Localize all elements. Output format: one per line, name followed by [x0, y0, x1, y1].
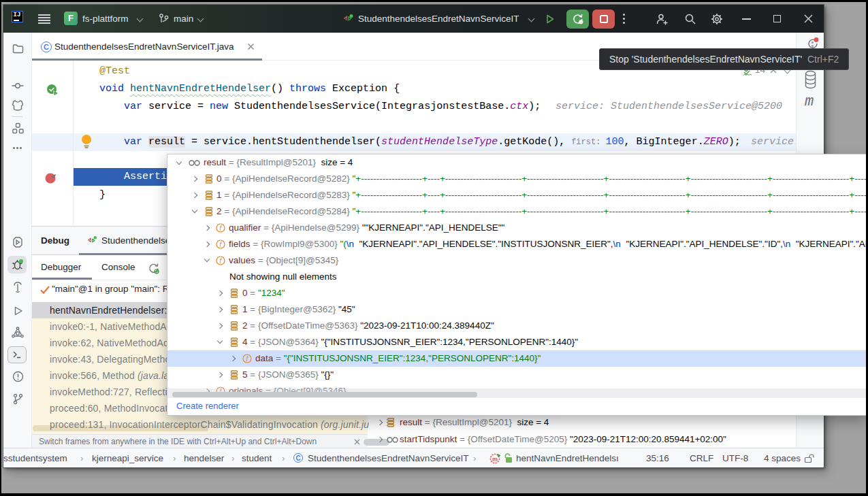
svg-text:f: f — [246, 355, 249, 363]
svg-text:m: m — [492, 456, 498, 463]
svg-text:f: f — [220, 225, 223, 232]
svg-text:f: f — [220, 257, 223, 265]
svg-text:f: f — [220, 241, 223, 248]
